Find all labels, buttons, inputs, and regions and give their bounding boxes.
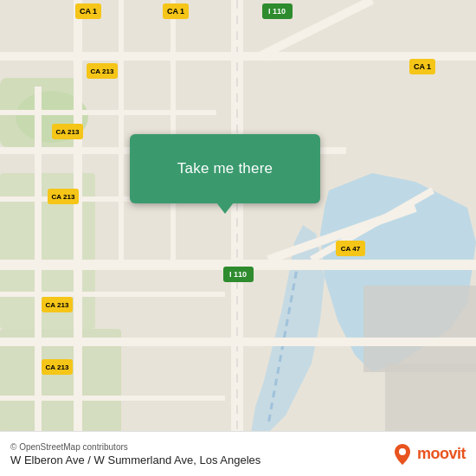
svg-rect-8 [363, 286, 476, 372]
svg-rect-9 [385, 363, 476, 433]
svg-point-49 [399, 448, 406, 455]
svg-text:CA 213: CA 213 [91, 68, 114, 75]
map-container: CA 1 CA 1 CA 1 I 110 I 110 CA 213 CA 213… [0, 0, 476, 476]
svg-rect-17 [74, 0, 82, 433]
svg-text:CA 1: CA 1 [167, 7, 184, 16]
svg-text:CA 213: CA 213 [56, 128, 80, 136]
svg-rect-18 [35, 87, 42, 433]
svg-text:I 110: I 110 [229, 270, 247, 279]
moovit-pin-icon [392, 442, 413, 466]
svg-rect-12 [0, 52, 476, 61]
svg-text:CA 1: CA 1 [414, 62, 431, 71]
svg-rect-14 [0, 338, 476, 346]
take-me-there-label: Take me there [177, 160, 273, 177]
svg-text:CA 47: CA 47 [341, 245, 361, 253]
svg-text:CA 1: CA 1 [80, 7, 97, 16]
copyright-text: © OpenStreetMap contributors [10, 442, 261, 452]
svg-text:CA 213: CA 213 [46, 301, 69, 309]
svg-text:CA 213: CA 213 [52, 193, 75, 201]
take-me-there-card[interactable]: Take me there [130, 134, 320, 203]
svg-text:I 110: I 110 [268, 7, 286, 16]
map-background: CA 1 CA 1 CA 1 I 110 I 110 CA 213 CA 213… [0, 0, 476, 433]
svg-text:CA 213: CA 213 [46, 363, 69, 371]
bottom-left: © OpenStreetMap contributors W Elberon A… [10, 442, 261, 466]
moovit-text: moovit [417, 445, 466, 463]
moovit-logo: moovit [392, 442, 466, 466]
bottom-bar: © OpenStreetMap contributors W Elberon A… [0, 431, 476, 476]
location-text: W Elberon Ave / W Summerland Ave, Los An… [10, 453, 261, 466]
